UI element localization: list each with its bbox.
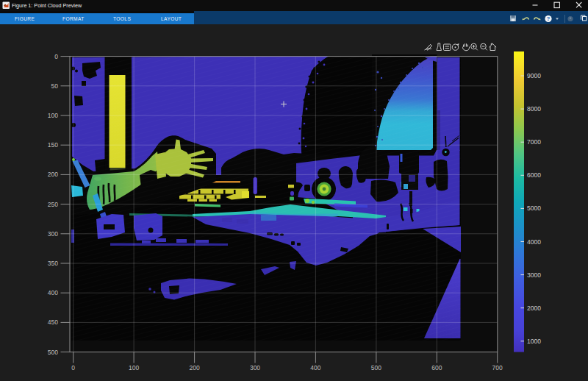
svg-text:700: 700 (492, 364, 503, 371)
svg-text:300: 300 (250, 364, 260, 371)
svg-text:3000: 3000 (527, 271, 541, 279)
svg-text:4000: 4000 (527, 238, 541, 246)
svg-text:2000: 2000 (527, 305, 541, 312)
svg-text:5000: 5000 (527, 204, 541, 212)
svg-text:200: 200 (190, 364, 200, 371)
svg-text:8000: 8000 (527, 105, 541, 113)
svg-text:1000: 1000 (527, 338, 541, 345)
svg-text:7000: 7000 (527, 138, 541, 146)
svg-text:6000: 6000 (527, 171, 541, 179)
svg-text:100: 100 (129, 364, 139, 371)
svg-text:350: 350 (48, 260, 58, 267)
svg-text:400: 400 (310, 364, 320, 371)
svg-text:0: 0 (54, 53, 58, 60)
svg-text:300: 300 (48, 230, 58, 238)
svg-text:200: 200 (48, 171, 58, 178)
svg-text:9000: 9000 (527, 72, 541, 79)
svg-text:250: 250 (48, 201, 58, 208)
svg-text:?: ? (547, 15, 551, 22)
svg-text:150: 150 (48, 141, 58, 149)
svg-text:400: 400 (48, 289, 58, 296)
svg-text:500: 500 (371, 364, 381, 371)
svg-text:50: 50 (51, 82, 59, 90)
svg-text:450: 450 (48, 318, 58, 326)
svg-text:100: 100 (48, 112, 58, 119)
svg-text:500: 500 (48, 349, 58, 356)
svg-text:600: 600 (431, 364, 442, 371)
svg-text:0: 0 (71, 364, 75, 371)
